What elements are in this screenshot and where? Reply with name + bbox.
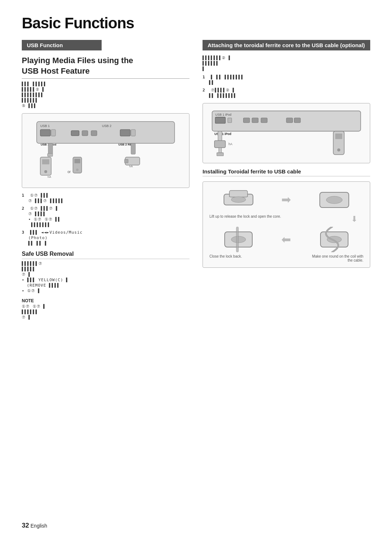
svg-rect-7	[91, 131, 97, 136]
left-column: USB Function Playing Media Files using t…	[22, 40, 189, 320]
svg-rect-53	[236, 227, 238, 252]
svg-text:USB 2: USB 2	[102, 124, 111, 128]
right-intro-block: ▌▌▌▌▌▌▌② ▌ ▌▌▌▌▌▌ ▌	[203, 56, 370, 71]
ferrite-diagram: ➡ Lift up to release the lock and open t…	[203, 181, 370, 268]
svg-rect-29	[228, 118, 232, 123]
svg-rect-42	[335, 134, 342, 139]
installing-title: Installing Toroidal ferrite to USB cable	[203, 168, 370, 176]
svg-rect-12	[48, 143, 53, 154]
ferrite-section-bar: Attaching the toroidal ferrite core to t…	[203, 40, 370, 50]
svg-rect-16	[48, 153, 53, 156]
intro-text-block: ▌▌▌ ▌▌▌▌▌ ▌▌▌▌▌② ▌ ▌▌▌▌▌▌▌▌ ▌▌▌▌▌▌ ⑤ ▌▌▌	[22, 82, 189, 108]
ferrite-attach-svg: USB 1 iPod USB 1 iPod hA	[207, 108, 366, 159]
safe-removal-title: Safe USB Removal	[22, 251, 189, 259]
right-step-2: 2 ⑦▌▌▌▌② ▌ ▌▌ ▌▌▌▌▌▌▌	[203, 88, 370, 98]
svg-rect-36	[218, 131, 222, 141]
ferrite-wrapped-svg	[316, 227, 352, 252]
intro-line-2: ▌▌▌▌▌② ▌	[22, 87, 189, 92]
intro-line-1: ▌▌▌ ▌▌▌▌▌	[22, 82, 189, 86]
right-column: Attaching the toroidal ferrite core to t…	[203, 40, 370, 320]
right-usb-diagram-box: USB 1 iPod USB 1 iPod hA	[203, 103, 370, 163]
svg-rect-9	[131, 130, 135, 136]
svg-rect-31	[252, 118, 258, 123]
right-steps-block: 1 ▌ ▌▌ ▌▌▌▌▌▌▌ ▌▌ 2 ⑦▌▌▌▌② ▌ ▌▌ ▌▌▌▌▌▌▌	[203, 75, 370, 98]
svg-rect-45	[229, 190, 248, 197]
usb-diagram-svg: USB 1 USB 2 USB 1 iPod USB 2 REC	[26, 118, 185, 183]
svg-rect-19	[74, 159, 80, 163]
ferrite-bottom-right-caption: Make one round on the coil withthe cable…	[312, 254, 363, 262]
svg-rect-32	[261, 118, 267, 123]
ferrite-bottom-left-caption: Close the lock back.	[209, 254, 242, 262]
ferrite-step-3	[220, 227, 257, 252]
playing-media-title: Playing Media Files using the USB Host F…	[22, 56, 189, 79]
note-box: NOTE ①⑦ ①⑦ ▌ ▌▌▌▌▌▌ ⑦ ▌	[22, 298, 189, 320]
svg-rect-23	[124, 159, 128, 163]
svg-text:USB 1  iPod: USB 1 iPod	[215, 132, 231, 136]
svg-point-48	[231, 197, 246, 202]
svg-rect-8	[120, 130, 130, 136]
ferrite-arrow-right: ➡	[281, 193, 291, 206]
ferrite-arrow-left: ⬅	[281, 233, 291, 246]
intro-line-3: ▌▌▌▌▌▌▌▌	[22, 93, 189, 97]
ferrite-arrow-down: ⬇	[351, 214, 358, 224]
ferrite-closed-svg	[316, 187, 352, 212]
svg-rect-30	[244, 118, 250, 123]
ferrite-cable-closed-svg	[220, 227, 257, 252]
svg-rect-34	[294, 118, 301, 123]
svg-rect-6	[82, 131, 88, 136]
page-number-area: 32English	[22, 522, 47, 529]
step-3: 3 ▌▌▌ ◄◄►Videos/Music (Photo) ▌▌ ▌▌ ▌	[22, 230, 189, 246]
safe-removal-block: ▌▌▌▌▌▌⑦ ▌▌▌▌▌ ⑦ ▌ • ▌▌▌ YELLOW(C) ▌ (REM…	[22, 261, 189, 293]
svg-rect-33	[286, 118, 293, 123]
step-1: 1 ①⑦ ▌▌▌ ⑦ ▌▌▌⑦ ▌▌▌▌▌	[22, 193, 189, 203]
right-step-1: 1 ▌ ▌▌ ▌▌▌▌▌▌▌ ▌▌	[203, 75, 370, 85]
svg-text:hA: hA	[48, 175, 51, 179]
intro-line-4: ▌▌▌▌▌▌	[22, 98, 189, 103]
step-2: 2 ①⑦ ▌▌▌⑦ ▌ ⑦ ▌▌▌▌ • ①⑦ ①⑦ ▌▌ ▌▌▌▌▌▌▌	[22, 206, 189, 227]
svg-point-15	[44, 170, 47, 173]
usb-device-diagram-box: USB 1 USB 2 USB 1 iPod USB 2 REC	[22, 113, 189, 188]
page-title: Basic Functions	[22, 15, 370, 32]
svg-text:USB 1: USB 1	[40, 124, 50, 128]
svg-text:hA: hA	[129, 165, 133, 168]
steps-block: 1 ①⑦ ▌▌▌ ⑦ ▌▌▌⑦ ▌▌▌▌▌ 2 ①⑦ ▌▌▌⑦ ▌ ⑦ ▌▌▌▌…	[22, 193, 189, 246]
svg-rect-37	[215, 140, 225, 147]
ferrite-step-1	[220, 187, 257, 212]
usb-function-bar: USB Function	[22, 40, 102, 50]
intro-line-5: ⑤ ▌▌▌	[22, 103, 189, 108]
ferrite-step-4	[316, 227, 352, 252]
ferrite-step-2	[316, 187, 352, 212]
svg-rect-39	[217, 153, 223, 156]
svg-rect-21	[131, 143, 135, 154]
svg-rect-3	[40, 130, 50, 136]
svg-text:or: or	[68, 170, 71, 174]
page-language: English	[30, 523, 47, 529]
svg-point-43	[337, 148, 340, 152]
page-number: 32	[22, 522, 29, 529]
svg-text:hA: hA	[229, 142, 233, 146]
svg-point-20	[76, 169, 79, 171]
svg-point-50	[326, 196, 342, 204]
svg-rect-5	[71, 131, 79, 136]
svg-rect-4	[51, 130, 56, 136]
ferrite-top-caption: Lift up to release the lock and open the…	[209, 214, 281, 224]
svg-rect-14	[42, 159, 49, 164]
ferrite-open-svg	[220, 187, 257, 212]
svg-text:USB 1  iPod: USB 1 iPod	[215, 113, 232, 116]
svg-rect-28	[215, 117, 225, 123]
